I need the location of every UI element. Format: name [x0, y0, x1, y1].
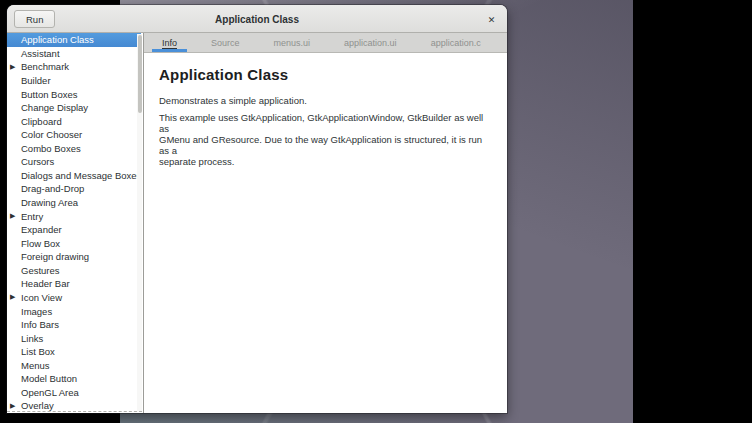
sidebar-item-label: Flow Box [21, 238, 60, 249]
list-undershoot-indicator [7, 411, 142, 412]
sidebar-item[interactable]: ▶ Benchmark [7, 60, 137, 74]
sidebar-item[interactable]: ▶ Assistant [7, 47, 137, 61]
sidebar-scrollbar[interactable] [137, 34, 142, 412]
tab[interactable]: Source [194, 33, 257, 52]
sidebar-item-label: Combo Boxes [21, 143, 81, 154]
sidebar-item-label: Cursors [21, 156, 54, 167]
sidebar-item[interactable]: ▶ Button Boxes [7, 87, 137, 101]
sidebar-item-label: Images [21, 306, 52, 317]
sidebar-item-label: OpenGL Area [21, 387, 79, 398]
sidebar-item-label: Change Display [21, 102, 88, 113]
sidebar-item-label: Menus [21, 360, 50, 371]
description-line: GMenu and GResource. Due to the way GtkA… [159, 134, 489, 156]
close-icon[interactable]: ✕ [484, 12, 499, 27]
sidebar-item[interactable]: ▶ Combo Boxes [7, 142, 137, 156]
tab-bar: Info Source menus.ui application.ui appl… [144, 33, 507, 53]
sidebar-item-label: Application Class [21, 34, 94, 45]
sidebar-item[interactable]: ▶ Menus [7, 359, 137, 373]
expander-icon[interactable]: ▶ [10, 402, 15, 410]
sidebar-item-label: Drag-and-Drop [21, 183, 84, 194]
expander-icon[interactable]: ▶ [10, 212, 15, 220]
tab-label: Info [162, 38, 177, 48]
sidebar-item[interactable]: ▶ Entry [7, 209, 137, 223]
sidebar-item[interactable]: ▶ Info Bars [7, 318, 137, 332]
sidebar-item-label: Benchmark [21, 61, 69, 72]
sidebar-item[interactable]: ▶ Header Bar [7, 277, 137, 291]
info-page: Application Class Demonstrates a simple … [144, 53, 507, 413]
sidebar-item-label: Assistant [21, 48, 60, 59]
sidebar-item-label: Drawing Area [21, 197, 78, 208]
tab-label: menus.ui [274, 38, 311, 48]
run-button[interactable]: Run [14, 10, 55, 28]
description-line: This example uses GtkApplication, GtkApp… [159, 112, 489, 134]
sidebar-item[interactable]: ▶ Color Chooser [7, 128, 137, 142]
sidebar-item[interactable]: ▶ List Box [7, 345, 137, 359]
description-text: This example uses GtkApplication, GtkApp… [159, 112, 489, 167]
sidebar-item-label: Builder [21, 75, 51, 86]
gtk-demo-window: Run Application Class ✕ ▶ Application Cl… [7, 5, 507, 413]
sidebar-item-label: Expander [21, 224, 62, 235]
sidebar-item[interactable]: ▶ Gestures [7, 264, 137, 278]
sidebar-item-label: Foreign drawing [21, 251, 89, 262]
sidebar-item[interactable]: ▶ Images [7, 304, 137, 318]
sidebar-item[interactable]: ▶ Cursors [7, 155, 137, 169]
tab-label: application.ui [344, 38, 397, 48]
sidebar-item-label: Dialogs and Message Boxes [21, 170, 141, 181]
sidebar-item[interactable]: ▶ Drawing Area [7, 196, 137, 210]
notebook: Info Source menus.ui application.ui appl… [144, 33, 507, 413]
sidebar-item-label: Icon View [21, 292, 62, 303]
demo-list-sidebar: ▶ Application Class ▶ Assistant ▶ Benchm… [7, 33, 144, 413]
sidebar-item[interactable]: ▶ Expander [7, 223, 137, 237]
tab[interactable]: application.c [414, 33, 498, 52]
tab[interactable]: Info [145, 33, 194, 52]
sidebar-item[interactable]: ▶ Dialogs and Message Boxes [7, 169, 137, 183]
active-tab-indicator [152, 49, 187, 52]
tab[interactable]: application.ui [327, 33, 414, 52]
sidebar-item-label: Clipboard [21, 116, 62, 127]
sidebar-item-label: Button Boxes [21, 89, 78, 100]
sidebar-item-label: Entry [21, 211, 43, 222]
sidebar-item[interactable]: ▶ Application Class [7, 33, 141, 47]
sidebar-item-label: Gestures [21, 265, 60, 276]
sidebar-item-label: Overlay [21, 400, 54, 411]
sidebar-item-label: Header Bar [21, 278, 70, 289]
window-title: Application Class [7, 5, 507, 33]
expander-icon[interactable]: ▶ [10, 63, 15, 71]
sidebar-item[interactable]: ▶ Change Display [7, 101, 137, 115]
description-line: separate process. [159, 156, 489, 167]
demo-list: ▶ Application Class ▶ Assistant ▶ Benchm… [7, 33, 137, 413]
sidebar-item-label: Info Bars [21, 319, 59, 330]
tab-label: Source [211, 38, 240, 48]
sidebar-item-label: Model Button [21, 373, 77, 384]
sidebar-item[interactable]: ▶ Icon View [7, 291, 137, 305]
sidebar-item[interactable]: ▶ Foreign drawing [7, 250, 137, 264]
sidebar-item[interactable]: ▶ Model Button [7, 372, 137, 386]
sidebar-item[interactable]: ▶ Builder [7, 74, 137, 88]
page-title: Application Class [159, 66, 489, 83]
sidebar-item-label: List Box [21, 346, 55, 357]
headerbar[interactable]: Run Application Class ✕ [7, 5, 507, 33]
sidebar-item-label: Color Chooser [21, 129, 82, 140]
sidebar-item[interactable]: ▶ Drag-and-Drop [7, 182, 137, 196]
sidebar-item[interactable]: ▶ Flow Box [7, 236, 137, 250]
sidebar-item[interactable]: ▶ Clipboard [7, 114, 137, 128]
sidebar-item[interactable]: ▶ OpenGL Area [7, 386, 137, 400]
expander-icon[interactable]: ▶ [10, 293, 15, 301]
tab-label: application.c [431, 38, 481, 48]
tab[interactable]: menus.ui [257, 33, 328, 52]
sidebar-item-label: Links [21, 333, 43, 344]
sidebar-scrollbar-thumb[interactable] [138, 35, 142, 113]
intro-text: Demonstrates a simple application. [159, 95, 489, 107]
sidebar-item[interactable]: ▶ Links [7, 331, 137, 345]
